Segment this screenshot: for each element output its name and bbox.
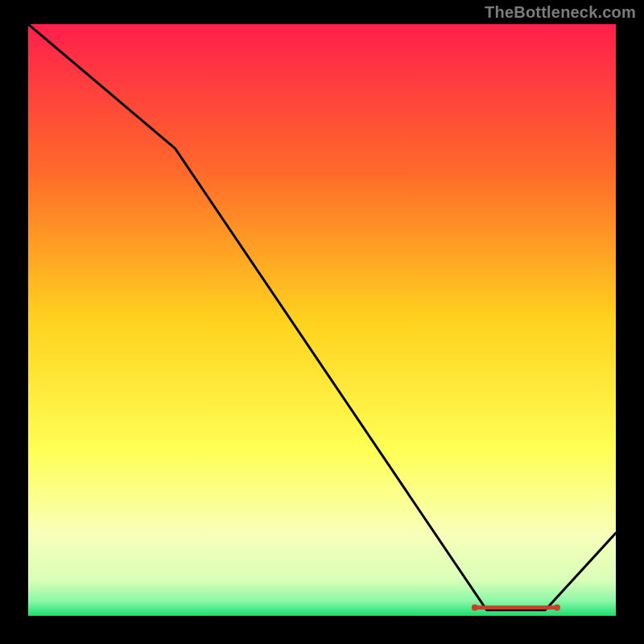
chart-frame: TheBottleneck.com (0, 0, 644, 644)
plot-background (28, 24, 616, 616)
bottleneck-plot-svg (28, 24, 616, 616)
svg-rect-2 (475, 605, 557, 609)
watermark-text: TheBottleneck.com (485, 3, 636, 22)
bottleneck-plot (28, 24, 616, 616)
